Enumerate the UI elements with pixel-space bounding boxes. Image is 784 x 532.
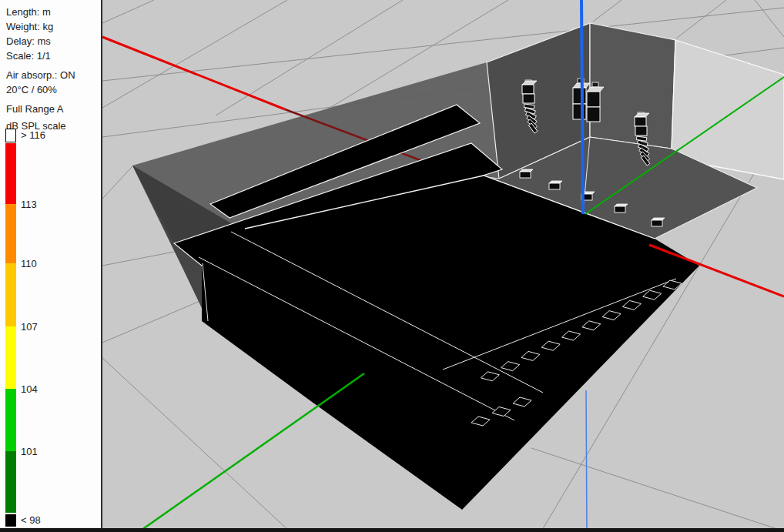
scale-ratio-label: Scale: 1/1 <box>6 50 51 62</box>
spl-scale-tick-label: 113 <box>21 199 37 210</box>
spl-scale-segment <box>5 204 16 263</box>
sidebar-divider <box>101 0 102 532</box>
spl-scale-segment <box>5 263 16 326</box>
spl-mapping-window: Length: m Weight: kg Delay: ms Scale: 1/… <box>0 0 784 532</box>
unit-length-label: Length: m <box>6 6 51 18</box>
spl-swatch-min <box>5 514 16 527</box>
spl-scale-segment <box>5 143 16 204</box>
z-axis-lower <box>586 390 587 532</box>
z-axis <box>581 0 583 214</box>
window-bottom-border <box>0 528 784 532</box>
spl-scale-tick-label: 110 <box>21 258 37 269</box>
air-absorption-label: Air absorp.: ON <box>6 69 75 81</box>
legend-sidebar: Length: m Weight: kg Delay: ms Scale: 1/… <box>0 0 101 532</box>
viewport-3d[interactable] <box>0 0 784 532</box>
spl-scale-tick-label: 107 <box>21 321 38 333</box>
spl-swatch-max <box>5 129 16 142</box>
spl-scale-tick-label: 104 <box>21 383 38 395</box>
spl-scale-segment <box>5 326 16 389</box>
spl-max-label: > 116 <box>21 129 45 141</box>
temp-humidity-label: 20°C / 60% <box>6 84 57 95</box>
unit-delay-label: Delay: ms <box>6 35 51 47</box>
spl-scale-segment <box>5 389 16 451</box>
spl-scale-segment <box>5 451 16 513</box>
frequency-range-label: Full Range A <box>6 103 63 115</box>
stage-right-wall[interactable] <box>590 23 675 149</box>
unit-weight-label: Weight: kg <box>6 21 53 32</box>
spl-min-label: < 98 <box>21 514 41 526</box>
spl-scale-tick-label: 101 <box>21 446 38 457</box>
